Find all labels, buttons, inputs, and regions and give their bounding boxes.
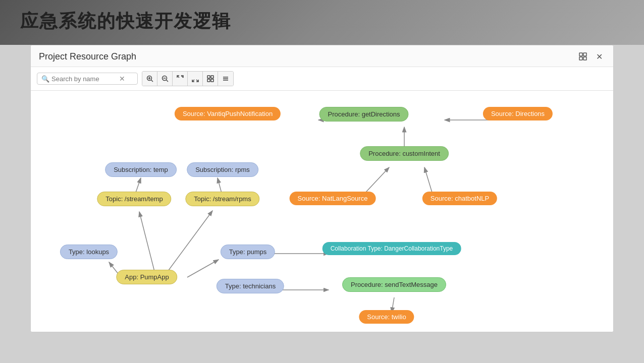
node-type-pumps[interactable]: Type: pumps — [221, 245, 275, 259]
node-procedure-sendtextmessage[interactable]: Procedure: sendTextMessage — [342, 277, 446, 292]
node-source-chatbotnlp[interactable]: Source: chatbotNLP — [422, 192, 497, 205]
zoom-tool-group — [142, 71, 234, 86]
svg-line-31 — [167, 211, 212, 272]
graph-panel: Project Resource Graph ✕ 🔍 ✕ — [30, 45, 614, 332]
svg-line-9 — [166, 80, 168, 82]
node-type-lookups[interactable]: Type: lookups — [60, 245, 118, 259]
graph-area: Source: VantiqPushNotification Procedure… — [31, 91, 613, 332]
node-type-technicians[interactable]: Type: technicians — [217, 279, 284, 293]
panel-title: Project Resource Graph — [39, 51, 136, 62]
panel-header-icons: ✕ — [577, 50, 605, 63]
svg-rect-16 — [211, 76, 213, 78]
node-topic-rpms[interactable]: Topic: /stream/rpms — [185, 192, 259, 206]
svg-rect-17 — [207, 79, 210, 82]
page-title: 应急系统的快速开发逻辑 — [20, 9, 231, 34]
search-icon: 🔍 — [41, 75, 49, 83]
toolbar: 🔍 ✕ — [31, 67, 613, 91]
node-procedure-getdirections[interactable]: Procedure: getDirections — [319, 107, 408, 122]
node-subscription-temp[interactable]: Subscription: temp — [105, 162, 177, 177]
panel-header: Project Resource Graph ✕ — [31, 45, 613, 67]
node-collaboration-danger[interactable]: Collaboration Type: DangerCollaborationT… — [323, 242, 461, 255]
graph-svg — [31, 91, 613, 332]
svg-line-5 — [151, 80, 153, 82]
node-topic-temp[interactable]: Topic: /stream/temp — [97, 192, 171, 206]
node-source-vantiq[interactable]: Source: VantiqPushNotification — [175, 107, 281, 120]
svg-line-30 — [139, 212, 154, 271]
svg-rect-18 — [211, 79, 213, 82]
search-clear-icon[interactable]: ✕ — [119, 75, 125, 83]
zoom-out-button[interactable] — [157, 72, 173, 86]
svg-rect-15 — [207, 76, 210, 78]
layout-button[interactable] — [218, 72, 233, 86]
svg-rect-3 — [583, 57, 586, 60]
close-button[interactable]: ✕ — [593, 50, 605, 63]
svg-rect-2 — [579, 57, 582, 60]
node-source-twilio[interactable]: Source: twilio — [359, 310, 414, 324]
svg-rect-1 — [583, 53, 586, 56]
fit-button-2[interactable] — [188, 72, 203, 86]
zoom-in-button[interactable] — [142, 72, 157, 86]
search-box[interactable]: 🔍 ✕ — [37, 73, 138, 85]
expand-button[interactable] — [577, 50, 589, 63]
search-input[interactable] — [51, 75, 117, 83]
expand-all-button[interactable] — [203, 72, 218, 86]
fit-button-1[interactable] — [173, 72, 188, 86]
node-source-natlangsource[interactable]: Source: NatLangSource — [290, 192, 376, 205]
node-app-pumpapp[interactable]: App: PumpApp — [116, 270, 177, 284]
header: 应急系统的快速开发逻辑 — [0, 0, 644, 45]
svg-rect-0 — [579, 53, 582, 56]
svg-line-36 — [187, 260, 219, 277]
node-procedure-customintent[interactable]: Procedure: customIntent — [360, 146, 449, 161]
node-source-directions[interactable]: Source: Directions — [483, 107, 553, 120]
node-subscription-rpms[interactable]: Subscription: rpms — [187, 162, 258, 177]
